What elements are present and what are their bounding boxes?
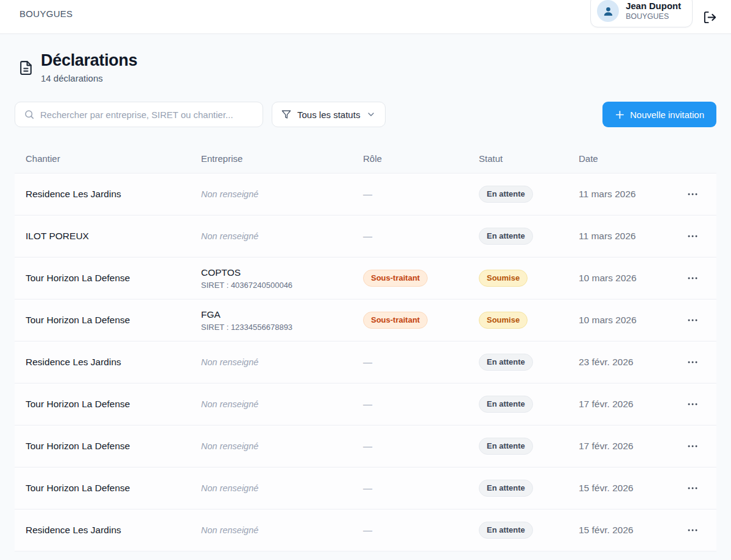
role-empty-dash: — bbox=[363, 525, 372, 535]
table-row[interactable]: ILOT POREUX Non renseigné — En attente 1… bbox=[15, 215, 716, 257]
status-badge: En attente bbox=[479, 354, 533, 371]
role-empty-dash: — bbox=[363, 399, 372, 409]
cell-actions bbox=[682, 521, 716, 539]
row-actions-button[interactable] bbox=[682, 395, 703, 413]
row-actions-button[interactable] bbox=[682, 353, 703, 371]
cell-statut: En attente bbox=[479, 480, 579, 497]
role-empty-dash: — bbox=[363, 441, 372, 451]
user-info: Jean Dupont BOUYGUES bbox=[626, 1, 681, 21]
brand-label: BOUYGUES bbox=[19, 9, 72, 19]
cell-role: — bbox=[363, 189, 479, 200]
page-header: Déclarations 14 déclarations bbox=[15, 51, 716, 83]
status-badge: En attente bbox=[479, 186, 533, 203]
cell-statut: En attente bbox=[479, 354, 579, 371]
role-empty-dash: — bbox=[363, 189, 372, 199]
cell-entreprise: Non renseigné bbox=[201, 231, 363, 241]
document-icon bbox=[18, 60, 34, 83]
cell-date: 11 mars 2026 bbox=[579, 231, 682, 242]
logout-button[interactable] bbox=[701, 8, 719, 26]
cell-actions bbox=[682, 227, 716, 245]
cell-role: Sous-traitant bbox=[363, 270, 479, 287]
ellipsis-icon bbox=[687, 528, 698, 532]
chevron-down-icon bbox=[366, 110, 376, 119]
cell-chantier: Residence Les Jardins bbox=[15, 357, 201, 368]
table-row[interactable]: Residence Les Jardins Non renseigné — En… bbox=[15, 341, 716, 383]
row-actions-button[interactable] bbox=[682, 521, 703, 539]
filter-icon bbox=[281, 110, 291, 119]
topbar: BOUYGUES Jean Dupont BOUYGUES bbox=[0, 0, 731, 34]
table-row[interactable]: Residence Les Jardins Non renseigné — En… bbox=[15, 509, 716, 551]
cell-role: — bbox=[363, 441, 479, 452]
entreprise-name: FGA bbox=[201, 309, 363, 321]
table-row[interactable]: Tour Horizon La Defense COPTOS SIRET : 4… bbox=[15, 257, 716, 299]
cell-role: — bbox=[363, 483, 479, 494]
role-badge: Sous-traitant bbox=[363, 312, 428, 329]
column-header-role: Rôle bbox=[363, 153, 479, 164]
cell-statut: En attente bbox=[479, 186, 579, 203]
ellipsis-icon bbox=[687, 360, 698, 364]
page-subtitle: 14 déclarations bbox=[41, 73, 137, 83]
entreprise-siret: SIRET : 40367240500046 bbox=[201, 280, 363, 290]
column-header-chantier: Chantier bbox=[15, 153, 201, 164]
user-icon bbox=[602, 5, 614, 17]
table-row[interactable]: Tour Horizon La Defense FGA SIRET : 1233… bbox=[15, 299, 716, 341]
cell-entreprise: Non renseigné bbox=[201, 189, 363, 199]
user-name: Jean Dupont bbox=[626, 1, 681, 12]
cell-chantier: Tour Horizon La Defense bbox=[15, 315, 201, 326]
role-badge: Sous-traitant bbox=[363, 270, 428, 287]
row-actions-button[interactable] bbox=[682, 227, 703, 245]
entreprise-empty-label: Non renseigné bbox=[201, 483, 363, 493]
plus-icon bbox=[615, 110, 625, 120]
ellipsis-icon bbox=[687, 276, 698, 280]
table-body: Residence Les Jardins Non renseigné — En… bbox=[15, 173, 716, 551]
cell-chantier: Tour Horizon La Defense bbox=[15, 273, 201, 284]
entreprise-empty-label: Non renseigné bbox=[201, 441, 363, 451]
table-row[interactable]: Tour Horizon La Defense Non renseigné — … bbox=[15, 425, 716, 467]
ellipsis-icon bbox=[687, 486, 698, 490]
table-header: Chantier Entreprise Rôle Statut Date bbox=[15, 144, 716, 173]
role-empty-dash: — bbox=[363, 231, 372, 241]
row-actions-button[interactable] bbox=[682, 437, 703, 455]
column-header-statut: Statut bbox=[479, 153, 579, 164]
cell-date: 15 févr. 2026 bbox=[579, 483, 682, 494]
cell-entreprise: Non renseigné bbox=[201, 483, 363, 493]
column-header-entreprise: Entreprise bbox=[201, 153, 363, 164]
cell-role: — bbox=[363, 357, 479, 368]
status-filter-label: Tous les statuts bbox=[297, 110, 360, 120]
row-actions-button[interactable] bbox=[682, 185, 703, 203]
entreprise-siret: SIRET : 12334556678893 bbox=[201, 322, 363, 332]
search-input[interactable] bbox=[40, 110, 254, 120]
status-filter-dropdown[interactable]: Tous les statuts bbox=[272, 102, 386, 127]
cell-chantier: Tour Horizon La Defense bbox=[15, 399, 201, 410]
cell-actions bbox=[682, 269, 716, 287]
controls-row: Tous les statuts Nouvelle invitation bbox=[15, 102, 716, 127]
cell-actions bbox=[682, 479, 716, 497]
table-row[interactable]: Tour Horizon La Defense Non renseigné — … bbox=[15, 383, 716, 425]
row-actions-button[interactable] bbox=[682, 311, 703, 329]
avatar bbox=[597, 0, 619, 22]
cell-statut: Soumise bbox=[479, 270, 579, 287]
page-title-block: Déclarations 14 déclarations bbox=[41, 51, 137, 83]
column-header-date: Date bbox=[579, 153, 682, 164]
new-invitation-button[interactable]: Nouvelle invitation bbox=[602, 102, 716, 127]
cell-entreprise: Non renseigné bbox=[201, 525, 363, 535]
entreprise-empty-label: Non renseigné bbox=[201, 357, 363, 367]
cell-date: 17 févr. 2026 bbox=[579, 399, 682, 410]
status-badge: En attente bbox=[479, 438, 533, 455]
cell-chantier: Residence Les Jardins bbox=[15, 525, 201, 536]
declarations-table: Chantier Entreprise Rôle Statut Date Res… bbox=[15, 144, 716, 551]
ellipsis-icon bbox=[687, 234, 698, 238]
row-actions-button[interactable] bbox=[682, 269, 703, 287]
entreprise-empty-label: Non renseigné bbox=[201, 399, 363, 409]
cell-entreprise: Non renseigné bbox=[201, 357, 363, 367]
cell-statut: En attente bbox=[479, 522, 579, 539]
cell-entreprise: Non renseigné bbox=[201, 399, 363, 409]
table-row[interactable]: Tour Horizon La Defense Non renseigné — … bbox=[15, 467, 716, 509]
cell-role: — bbox=[363, 231, 479, 242]
row-actions-button[interactable] bbox=[682, 479, 703, 497]
cell-statut: Soumise bbox=[479, 312, 579, 329]
entreprise-empty-label: Non renseigné bbox=[201, 189, 363, 199]
user-card[interactable]: Jean Dupont BOUYGUES bbox=[590, 0, 693, 27]
table-row[interactable]: Residence Les Jardins Non renseigné — En… bbox=[15, 173, 716, 215]
status-badge: En attente bbox=[479, 396, 533, 413]
